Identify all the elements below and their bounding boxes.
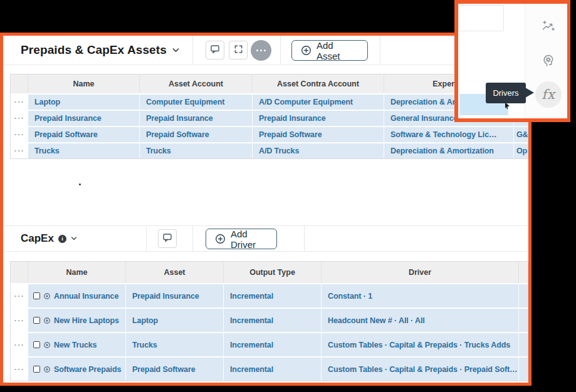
cell-driver[interactable]: Headcount New # · All · All <box>322 309 519 332</box>
row-menu-button[interactable]: ··· <box>11 95 28 110</box>
cell-asset-account[interactable]: Trucks <box>140 143 253 158</box>
comment-icon <box>162 232 172 245</box>
driver-target-icon <box>43 341 51 349</box>
row-menu-button[interactable]: ··· <box>11 111 28 126</box>
divider <box>146 226 147 251</box>
divider <box>192 36 193 64</box>
checkbox[interactable] <box>33 341 40 348</box>
col-header-asset-contra-account: Asset Contra Account <box>253 75 384 93</box>
comment-button[interactable] <box>158 229 177 248</box>
tooltip-arrow <box>525 88 534 98</box>
add-driver-label: Add Driver <box>231 229 268 250</box>
col-header-asset: Asset <box>126 262 224 283</box>
row-menu-button[interactable]: ··· <box>11 309 28 332</box>
cell-asset-contra-account[interactable]: Prepaid Insurance <box>253 111 384 126</box>
table-row: ··· Prepaid Software Prepaid Software Pr… <box>11 127 528 142</box>
cell-name[interactable]: Prepaid Insurance <box>28 111 140 126</box>
col-header-driver: Driver <box>322 262 519 283</box>
row-menu-button[interactable]: ··· <box>11 143 28 158</box>
cell-name[interactable]: Trucks <box>28 143 140 158</box>
add-asset-button[interactable]: Add Asset <box>291 40 368 61</box>
ai-head-gear-icon[interactable] <box>541 53 556 68</box>
cell-asset-contra-account[interactable]: A/D Computer Equipment <box>253 95 384 110</box>
col-header-asset-account: Asset Account <box>140 75 253 93</box>
cell-driver[interactable]: Custom Tables · Capital & Prepaids · Pre… <box>322 358 519 381</box>
assets-title-bar: Prepaids & CapEx Assets <box>3 36 528 65</box>
divider <box>380 36 380 64</box>
divider <box>280 36 281 64</box>
fx-icon: fx <box>542 87 555 102</box>
cell-expense[interactable]: Software & Technology Lic… <box>384 127 514 142</box>
cell-driver[interactable]: Custom Tables · Capital & Prepaids · Tru… <box>322 333 519 356</box>
cell-asset-account[interactable]: Prepaid Software <box>140 127 253 142</box>
table-row: ··· New Hire Laptops Laptop Incremental … <box>11 309 528 332</box>
cell-name[interactable]: Annual Insurance <box>28 284 126 307</box>
assets-table-header: Name Asset Account Asset Contra Account … <box>11 75 528 93</box>
cell-name[interactable]: Software Prepaids <box>28 358 126 381</box>
cell-name[interactable]: New Trucks <box>28 333 126 356</box>
insights-sparkline-icon[interactable] <box>541 19 556 34</box>
cell-category[interactable]: OpEx <box>514 143 528 158</box>
drivers-tooltip: Drivers <box>486 83 526 103</box>
cell-name[interactable]: New Hire Laptops <box>28 309 126 332</box>
comment-button[interactable] <box>206 41 224 59</box>
table-row: ··· Software Prepaids Prepaid Software I… <box>11 358 528 381</box>
drivers-fx-button[interactable]: fx <box>535 81 562 108</box>
cell-asset[interactable]: Trucks <box>126 333 224 356</box>
divider <box>304 226 305 251</box>
checkbox[interactable] <box>33 292 40 299</box>
checkbox[interactable] <box>33 366 40 373</box>
drivers-tooltip-label: Drivers <box>493 88 518 98</box>
row-menu-button[interactable]: ··· <box>11 284 28 307</box>
cell-asset-account[interactable]: Prepaid Insurance <box>140 111 253 126</box>
callout-panel: fx Drivers <box>454 0 570 122</box>
cell-asset[interactable]: Prepaid Software <box>126 358 224 381</box>
cell-expense[interactable]: Depreciation & Amortization <box>384 143 514 158</box>
chevron-down-icon <box>172 48 179 53</box>
cell-asset-contra-account[interactable]: A/D Trucks <box>253 143 384 158</box>
checkbox[interactable] <box>33 317 40 324</box>
cell-asset[interactable]: Prepaid Insurance <box>126 284 224 307</box>
capex-title: CapEx <box>21 232 54 245</box>
assets-title-dropdown[interactable]: Prepaids & CapEx Assets <box>21 36 179 64</box>
ellipsis-icon <box>256 49 258 51</box>
table-row: ··· New Trucks Trucks Incremental Custom… <box>11 333 528 356</box>
drivers-table: Name Asset Output Type Driver ··· Annual… <box>10 261 528 381</box>
row-menu-button[interactable]: ··· <box>11 358 28 381</box>
more-options-button[interactable] <box>251 40 271 61</box>
main-screenshot-panel: Prepaids & CapEx Assets <box>0 33 531 386</box>
driver-target-icon <box>43 292 51 300</box>
plus-circle-icon <box>215 234 226 244</box>
add-driver-button[interactable]: Add Driver <box>206 229 277 249</box>
cell-name[interactable]: Prepaid Software <box>28 127 140 142</box>
table-row: ··· Annual Insurance Prepaid Insurance I… <box>11 284 528 307</box>
fullscreen-icon <box>234 44 243 56</box>
divider <box>192 226 193 251</box>
page-title: Prepaids & CapEx Assets <box>21 43 167 57</box>
cell-asset-contra-account[interactable]: Prepaid Software <box>253 127 384 142</box>
info-icon: i <box>58 235 66 243</box>
row-menu-button[interactable]: ··· <box>11 127 28 142</box>
driver-target-icon <box>43 366 51 373</box>
capex-title-dropdown[interactable]: CapEx i <box>21 226 77 251</box>
table-row: ··· Prepaid Insurance Prepaid Insurance … <box>11 111 528 126</box>
table-row: ··· Laptop Computer Equipment A/D Comput… <box>11 95 528 110</box>
table-row: ··· Trucks Trucks A/D Trucks Depreciatio… <box>11 143 528 158</box>
cell-category[interactable]: G&A <box>514 127 528 142</box>
plus-circle-icon <box>301 45 312 56</box>
cell-output-type[interactable]: Incremental <box>224 284 322 307</box>
cell-output-type[interactable]: Incremental <box>224 333 322 356</box>
comment-icon <box>210 44 220 56</box>
row-menu-button[interactable]: ··· <box>11 333 28 356</box>
cell-output-type[interactable]: Incremental <box>224 358 322 381</box>
cell-output-type[interactable]: Incremental <box>224 309 322 332</box>
stray-dot <box>79 183 81 185</box>
cell-name[interactable]: Laptop <box>28 95 140 110</box>
drivers-table-header: Name Asset Output Type Driver <box>11 262 528 283</box>
chevron-down-icon <box>71 237 77 240</box>
col-header-name: Name <box>28 75 140 93</box>
cell-asset[interactable]: Laptop <box>126 309 224 332</box>
cell-asset-account[interactable]: Computer Equipment <box>140 95 253 110</box>
cell-driver[interactable]: Constant · 1 <box>322 284 519 307</box>
expand-button[interactable] <box>229 41 248 59</box>
